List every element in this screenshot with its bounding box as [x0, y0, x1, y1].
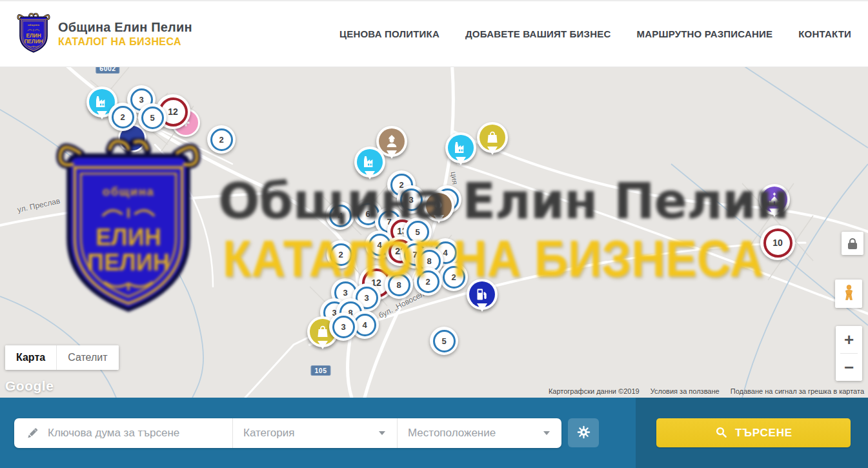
fuel-pin[interactable]	[467, 279, 498, 310]
street-view-pegman-button[interactable]	[835, 280, 862, 308]
pencil-icon	[25, 425, 40, 441]
factory-icon	[357, 149, 383, 175]
brand-title: Община Елин Пелин	[58, 20, 192, 35]
map-type-map-button[interactable]: Карта	[5, 345, 56, 370]
cluster-count: 2	[112, 106, 134, 128]
header: общинаЕЛИНПЕЛИН Община Елин Пелин КАТАЛО…	[0, 0, 868, 67]
category-select-label: Категория	[243, 427, 294, 440]
page: общинаЕЛИНПЕЛИН Община Елин Пелин КАТАЛО…	[0, 0, 868, 468]
zoom-in-button[interactable]: +	[836, 326, 862, 353]
cluster-count: 2	[417, 270, 439, 293]
svg-text:община: община	[28, 23, 40, 26]
cluster-marker[interactable]: 10	[760, 225, 795, 260]
brand[interactable]: общинаЕЛИНПЕЛИН Община Елин Пелин КАТАЛО…	[17, 13, 192, 56]
lock-button[interactable]	[842, 232, 863, 255]
svg-text:ЕЛИН: ЕЛИН	[26, 33, 41, 39]
cluster-marker[interactable]: 2	[439, 263, 468, 291]
cluster-marker[interactable]: 8	[385, 270, 413, 299]
keyword-field-wrap	[14, 418, 232, 448]
cluster-count: 8	[388, 274, 410, 296]
cluster-count: 2	[210, 128, 233, 151]
pegman-icon	[840, 284, 858, 303]
nav-item-add-your-business[interactable]: ДОБАВЕТЕ ВАШИЯТ БИЗНЕС	[465, 28, 611, 39]
cluster-marker[interactable]: 3	[329, 312, 358, 341]
shopping-bag-icon	[479, 125, 505, 150]
cluster-count: 4	[329, 205, 352, 227]
google-logo[interactable]: Google	[5, 378, 54, 394]
cluster-count: 3	[400, 188, 423, 211]
nav-item-pricing-policy[interactable]: ЦЕНОВА ПОЛИТИКА	[339, 28, 439, 39]
search-box: Категория Местоположение	[14, 418, 561, 448]
location-select[interactable]: Местоположение	[398, 418, 561, 448]
cluster-marker[interactable]: 2	[108, 103, 137, 131]
map-type-satellite-button[interactable]: Сателит	[56, 345, 118, 370]
zoom-control: + −	[836, 326, 862, 381]
church-pin[interactable]	[759, 184, 790, 215]
main-nav: ЦЕНОВА ПОЛИТИКАДОБАВЕТЕ ВАШИЯТ БИЗНЕСМАР…	[339, 28, 851, 39]
cluster-marker[interactable]: 5	[430, 327, 458, 355]
cluster-count: 2	[443, 266, 465, 289]
cluster-marker[interactable]: 5	[138, 103, 167, 132]
svg-text:ПЕЛИН: ПЕЛИН	[24, 39, 43, 45]
cluster-marker[interactable]: 2	[327, 240, 355, 269]
zoom-out-button[interactable]: −	[836, 354, 862, 381]
brand-subtitle: КАТАЛОГ НА БИЗНЕСА	[58, 36, 192, 48]
cluster-count: 3	[332, 316, 355, 338]
search-icon	[714, 425, 728, 441]
cluster-marker[interactable]: 4	[326, 201, 354, 230]
worker-icon	[379, 128, 405, 154]
cluster-count: 2	[330, 243, 352, 266]
category-select[interactable]: Категория	[233, 418, 397, 448]
brand-text: Община Елин Пелин КАТАЛОГ НА БИЗНЕСА	[58, 20, 192, 48]
map-type-control: Карта Сателит	[5, 345, 119, 370]
search-bar: Категория Местоположение ТЪРСЕНЕ	[0, 398, 868, 468]
flame-icon	[426, 193, 452, 219]
cluster-marker[interactable]: 2	[207, 125, 236, 154]
cluster-marker[interactable]: 2	[414, 267, 442, 296]
map-canvas[interactable]: 321252235647135421274822128333843510ул. …	[0, 67, 868, 398]
terms-of-use-link[interactable]: Условия за ползване	[651, 387, 720, 395]
gear-icon	[576, 424, 592, 442]
fuel-icon	[469, 281, 495, 307]
street-label: ция	[449, 171, 459, 185]
report-map-error-link[interactable]: Подаване на сигнал за грешка в картата	[731, 387, 864, 395]
flame-pin[interactable]	[423, 190, 454, 221]
nav-item-contacts[interactable]: КОНТАКТИ	[798, 28, 851, 39]
road-number-shield: 6002	[96, 67, 119, 74]
cluster-count: 5	[433, 330, 456, 352]
attribution-copyright: Картографски данни ©2019	[549, 387, 640, 395]
cluster-marker[interactable]: 3	[397, 185, 425, 214]
chevron-down-icon	[379, 431, 385, 435]
search-submit-label: ТЪРСЕНЕ	[735, 427, 792, 440]
shopping-bag-pin[interactable]	[477, 122, 508, 153]
chevron-down-icon	[543, 431, 550, 435]
nav-item-route-schedule[interactable]: МАРШРУТНО РАЗПИСАНИЕ	[636, 28, 772, 39]
cluster-count: 10	[763, 229, 792, 258]
factory-pin[interactable]	[445, 132, 476, 163]
search-submit-button[interactable]: ТЪРСЕНЕ	[656, 418, 851, 447]
cluster-count: 5	[141, 107, 164, 129]
advanced-search-settings-button[interactable]	[568, 418, 599, 447]
factory-icon	[448, 135, 474, 161]
church-icon	[762, 187, 787, 212]
location-select-label: Местоположение	[408, 427, 496, 440]
municipality-crest-logo: общинаЕЛИНПЕЛИН	[17, 13, 50, 56]
map-attribution: Картографски данни ©2019 Условия за полз…	[540, 387, 864, 395]
keyword-search-input[interactable]	[48, 427, 232, 440]
factory-pin[interactable]	[354, 147, 385, 178]
road-number-shield: 105	[310, 365, 330, 376]
